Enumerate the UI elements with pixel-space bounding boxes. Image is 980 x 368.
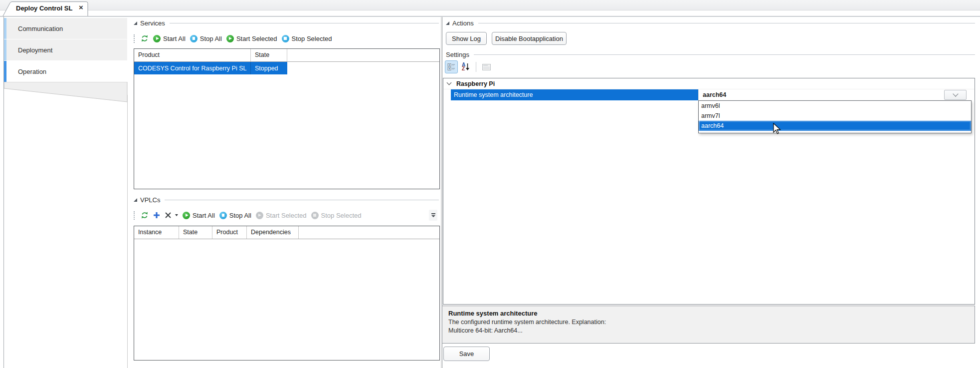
toolbar-overflow-button[interactable]: [429, 210, 437, 221]
chevron-down-icon[interactable]: [447, 80, 452, 85]
column-header-dependencies[interactable]: Dependencies: [247, 226, 299, 239]
delete-x-icon: [165, 212, 172, 219]
property-pages-button-disabled: [480, 60, 493, 73]
services-title: Services: [140, 19, 165, 27]
services-stop-all-button[interactable]: Stop All: [190, 35, 222, 42]
property-description-pane: Runtime system architecture The configur…: [442, 306, 975, 344]
toolbar-grip-handle[interactable]: [134, 34, 136, 43]
description-line-1: The configured runtime system architectu…: [448, 319, 969, 326]
services-refresh-button[interactable]: [141, 34, 149, 42]
tab-deploy-control-sl[interactable]: Deploy Control SL: [16, 4, 72, 12]
refresh-icon: [141, 211, 149, 219]
vplcs-stop-all-button[interactable]: Stop All: [219, 212, 251, 219]
stop-icon: [282, 35, 289, 42]
column-header-instance[interactable]: Instance: [134, 226, 179, 239]
combo-dropdown-button[interactable]: [944, 90, 967, 100]
settings-title: Settings: [446, 51, 469, 58]
property-pages-icon: [482, 64, 491, 70]
description-line-2: Multicore 64-bit: Aarch64...: [448, 327, 969, 334]
vplcs-toolbar: Start All Stop All Start Selected Stop S…: [134, 209, 362, 222]
play-icon: [226, 35, 234, 42]
vplcs-delete-button[interactable]: [165, 212, 178, 219]
property-group-raspberry-pi[interactable]: Raspberry Pi: [443, 78, 975, 89]
column-header-product[interactable]: Product: [134, 49, 251, 61]
editor-tab-bar: [0, 0, 980, 10]
vplcs-start-selected-button-disabled: Start Selected: [256, 212, 307, 219]
vplcs-add-button[interactable]: [153, 212, 160, 219]
stop-icon-disabled: [311, 212, 319, 219]
sidebar-splitter[interactable]: [127, 95, 128, 368]
services-stop-selected-button[interactable]: Stop Selected: [282, 35, 332, 42]
panel-splitter[interactable]: [441, 17, 441, 368]
collapse-triangle-icon[interactable]: [134, 198, 137, 202]
description-title: Runtime system architecture: [448, 310, 969, 317]
show-log-button[interactable]: Show Log: [446, 32, 487, 45]
toolbar-separator: [476, 62, 476, 72]
tab-close-icon[interactable]: ×: [79, 3, 83, 11]
group-rule: [165, 200, 439, 200]
save-button[interactable]: Save: [443, 347, 490, 361]
tab-accent-stripe: [4, 18, 6, 39]
toolbar-grip-handle[interactable]: [134, 211, 136, 220]
services-table: Product State CODESYS Control for Raspbe…: [134, 48, 440, 189]
play-icon: [153, 35, 161, 42]
sidebar-item-communication[interactable]: Communication: [4, 18, 127, 39]
architecture-dropdown-list: armv6l armv7l aarch64: [698, 100, 972, 133]
mouse-cursor: [773, 123, 782, 135]
property-name-cell[interactable]: Runtime system architecture: [451, 89, 698, 100]
services-table-header: Product State: [134, 49, 439, 62]
sidebar-item-deployment[interactable]: Deployment: [4, 39, 127, 60]
vplcs-start-all-button[interactable]: Start All: [183, 212, 215, 219]
group-rule: [170, 23, 439, 23]
services-group-header: Services: [134, 19, 439, 27]
services-start-all-button[interactable]: Start All: [153, 35, 186, 42]
vplcs-title: VPLCs: [140, 196, 160, 204]
sidebar-item-operation[interactable]: Operation: [4, 61, 127, 82]
group-rule: [474, 54, 975, 55]
deploy-control-editor: Deploy Control SL × Communication Deploy…: [0, 0, 980, 368]
service-row-selected[interactable]: CODESYS Control for Raspberry Pi SL Stop…: [134, 62, 287, 74]
categorized-icon: [447, 63, 455, 71]
stop-icon: [190, 35, 197, 42]
down-arrow-icon: [465, 63, 470, 71]
vplcs-table: Instance State Product Dependencies: [134, 226, 440, 361]
actions-group-header: Actions: [446, 19, 975, 27]
column-header-state[interactable]: State: [179, 226, 212, 239]
play-icon-disabled: [256, 212, 263, 219]
column-header-state[interactable]: State: [251, 49, 287, 61]
collapse-triangle-icon[interactable]: [446, 21, 449, 25]
collapse-triangle-icon[interactable]: [134, 21, 137, 25]
dropdown-option-aarch64-selected[interactable]: aarch64: [699, 121, 971, 131]
vplcs-stop-selected-button-disabled: Stop Selected: [311, 212, 362, 219]
refresh-icon: [141, 34, 149, 42]
dropdown-caret-icon: [175, 214, 178, 216]
services-start-selected-button[interactable]: Start Selected: [226, 35, 277, 42]
overflow-icon: [431, 213, 435, 214]
vplcs-table-header: Instance State Product Dependencies: [134, 226, 439, 239]
tab-accent-stripe: [4, 61, 6, 82]
services-toolbar: Start All Stop All Start Selected Stop S…: [134, 32, 332, 45]
settings-toolbar: AZ: [445, 60, 493, 73]
stop-icon: [219, 212, 227, 219]
alphabetical-sort-button[interactable]: AZ: [459, 60, 472, 73]
actions-title: Actions: [452, 19, 474, 27]
group-rule: [478, 23, 975, 23]
disable-bootapplication-button[interactable]: Disable Bootapplication: [492, 32, 567, 45]
property-value-cell[interactable]: aarch64: [698, 89, 975, 100]
dropdown-option-armv6l[interactable]: armv6l: [699, 101, 971, 111]
service-state-cell: Stopped: [251, 62, 287, 74]
chevron-down-icon: [953, 91, 958, 96]
play-icon: [183, 212, 190, 219]
property-row-runtime-architecture: Runtime system architecture aarch64: [443, 89, 975, 100]
dropdown-option-armv7l[interactable]: armv7l: [699, 111, 971, 121]
plus-icon: [153, 212, 160, 219]
service-product-cell: CODESYS Control for Raspberry Pi SL: [134, 62, 251, 74]
sidebar-trapezoid: [4, 82, 128, 103]
az-sort-icon: AZ: [462, 63, 465, 71]
vplcs-group-header: VPLCs: [134, 196, 439, 204]
column-header-product[interactable]: Product: [212, 226, 247, 239]
tabstrip-border-light: [0, 16, 980, 17]
vplcs-refresh-button[interactable]: [141, 211, 149, 219]
categorized-view-button[interactable]: [445, 60, 458, 73]
settings-header: Settings: [446, 50, 975, 58]
